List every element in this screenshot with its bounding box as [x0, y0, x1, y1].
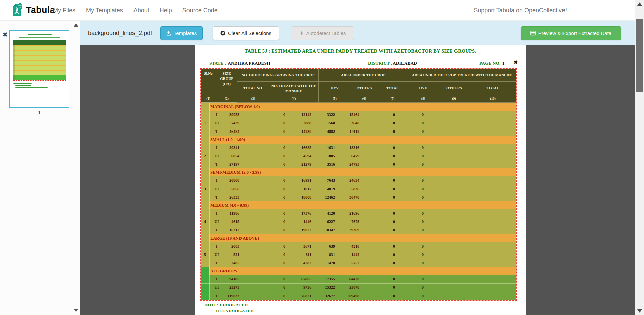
thumb-table-body — [13, 45, 66, 75]
remove-selection-icon[interactable]: ✖ — [514, 59, 518, 65]
pdf-viewer-area: TABLE 5J : ESTIMATED AREA UNDER PADDY TR… — [80, 45, 635, 315]
support-link[interactable]: Support Tabula on OpenCollective! — [474, 0, 567, 21]
nav-item-help[interactable]: Help — [160, 7, 172, 14]
templates-button[interactable]: Templates — [160, 26, 203, 40]
nav-item-my-templates[interactable]: My Templates — [86, 7, 123, 14]
nav-item-source-code[interactable]: Source Code — [182, 7, 218, 14]
page-no-field: PAGE NO.1 — [479, 61, 504, 66]
document-title: TABLE 5J : ESTIMATED AREA UNDER PADDY TR… — [195, 48, 526, 54]
thumb-table-header — [13, 40, 66, 45]
toolbar: background_lines_2.pdf Templates Clear A… — [80, 21, 635, 45]
app-title: Tabula — [26, 5, 55, 15]
clear-all-selections-button[interactable]: Clear All Selections — [213, 26, 279, 40]
brand-home-link[interactable]: Tabula — [12, 3, 55, 17]
thumb-table — [13, 40, 66, 81]
thumbnail-page-number: 1 — [9, 109, 69, 115]
state-field: STATE :ANDHRA PRADESH — [209, 61, 270, 66]
thumb-table-strip — [13, 45, 15, 80]
thumb-note-line — [15, 85, 31, 86]
pdf-page[interactable]: TABLE 5J : ESTIMATED AREA UNDER PADDY TR… — [195, 45, 526, 315]
page-no-value: 1 — [502, 61, 505, 66]
bolt-icon — [300, 31, 304, 36]
autodetect-button-label: Autodetect Tables — [306, 30, 346, 36]
sidebar-scroll-down-icon[interactable] — [74, 309, 78, 312]
thumb-title-line — [28, 34, 52, 35]
templates-button-label: Templates — [174, 30, 197, 36]
nav-item-my-files[interactable]: My Files — [53, 7, 75, 14]
sidebar-scroll-up-icon[interactable] — [74, 23, 78, 27]
note-line-1: NOTE: I-IRRIGATED — [205, 302, 248, 308]
page-thumbnail-sidebar: ✖ 1 — [0, 21, 80, 315]
clear-button-label: Clear All Selections — [228, 30, 271, 36]
thumb-note-line — [15, 87, 48, 88]
table-list-icon — [530, 31, 536, 36]
autodetect-tables-button[interactable]: Autodetect Tables — [291, 26, 354, 40]
state-label: STATE : — [209, 61, 226, 66]
page-scrollbar[interactable] — [635, 0, 644, 315]
district-label: DISTRICT : — [368, 61, 392, 66]
save-icon — [166, 31, 171, 36]
nav-item-about[interactable]: About — [133, 7, 149, 14]
scrollbar-up-icon[interactable] — [637, 2, 642, 6]
scrollbar-thumb[interactable] — [636, 19, 643, 92]
export-button-label: Preview & Export Extracted Data — [538, 30, 611, 36]
pdf-lock-logo-icon — [12, 3, 23, 17]
remove-file-icon[interactable]: ✖ — [3, 32, 8, 38]
thumb-subtitle-line — [19, 37, 60, 38]
scrollbar-down-icon[interactable] — [637, 309, 642, 313]
page-no-label: PAGE NO. — [479, 61, 501, 66]
district-field: DISTRICT :ADILABAD — [368, 61, 417, 66]
remove-circle-icon — [220, 31, 225, 36]
state-value: ANDHRA PRADESH — [228, 61, 270, 66]
preview-export-button[interactable]: Preview & Export Extracted Data — [521, 26, 621, 40]
nav-links: My Files My Templates About Help Source … — [53, 0, 218, 21]
note-line-2: UI-UNIRRIGATED — [216, 308, 254, 314]
thumb-table-footer — [13, 75, 66, 80]
district-value: ADILABAD — [393, 61, 417, 66]
thumb-note-line — [13, 83, 32, 84]
pdf-table: Sl.No SIZE GROUP (HA) NO. OF HOLDINGS GR… — [201, 69, 516, 300]
filename-label: background_lines_2.pdf — [88, 21, 152, 45]
navbar: Tabula My Files My Templates About Help … — [0, 0, 644, 21]
selection-border[interactable] — [200, 68, 517, 301]
page-thumbnail[interactable] — [9, 30, 69, 108]
